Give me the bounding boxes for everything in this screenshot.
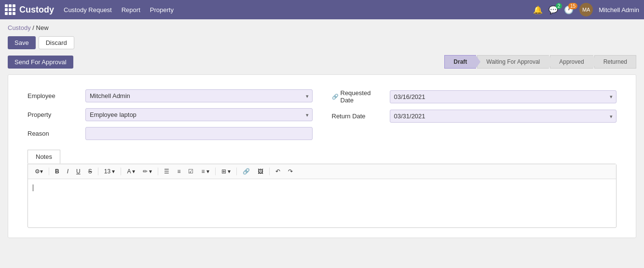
app-logo[interactable]: Custody [5,4,54,15]
toolbar-sep-1 [49,168,49,175]
status-steps: Draft Waiting For Approval Approved Retu… [444,55,636,69]
toolbar-sep-2 [98,168,98,175]
requested-date-select-wrapper: 03/16/2021 [390,90,617,103]
toolbar-bold-button[interactable]: B [52,167,62,176]
nav-right: 🔔 💬 2 🕐 15 MA Mitchell Admin [533,3,639,16]
editor-body[interactable] [28,179,616,227]
toolbar-table-button[interactable]: ⊞ ▾ [219,167,233,176]
form-grid: Employee Mitchell Admin Property Employe… [27,89,617,140]
property-label: Property [27,111,81,118]
status-bar: Send For Approval Draft Waiting For Appr… [8,55,636,69]
page-content: Custody / New Save Discard Send For Appr… [0,19,644,268]
toolbar-strikethrough-button[interactable]: S [85,167,95,176]
employee-label: Employee [27,92,81,99]
status-returned[interactable]: Returned [594,55,636,69]
toolbar-sep-4 [158,168,158,175]
notes-section: Notes ⚙▾ B I U S 13 ▾ A ▾ ✏ ▾ ☰ [27,150,617,228]
messages-icon[interactable]: 💬 2 [548,5,558,14]
toolbar-italic-button[interactable]: I [64,167,71,176]
toolbar-undo-button[interactable]: ↶ [273,167,283,176]
reason-input[interactable] [85,127,313,140]
status-waiting[interactable]: Waiting For Approval [477,55,549,69]
updates-icon[interactable]: 🕐 15 [564,5,574,14]
toolbar-sep-7 [269,168,270,175]
send-for-approval-button[interactable]: Send For Approval [8,56,73,69]
toolbar-underline-button[interactable]: U [73,167,83,176]
notes-editor: ⚙▾ B I U S 13 ▾ A ▾ ✏ ▾ ☰ ≡ ☑ ≡ ▾ [27,164,617,228]
toolbar-redo-button[interactable]: ↷ [285,167,296,176]
status-draft[interactable]: Draft [444,55,476,69]
property-row: Property Employee laptop [27,108,313,121]
action-buttons: Save Discard [8,36,636,49]
toolbar-sep-6 [236,168,237,175]
form-right-col: 🔗 Requested Date 03/16/2021 Return Date [332,89,617,140]
messages-badge: 2 [556,3,562,9]
toolbar-align-button[interactable]: ≡ ▾ [198,167,212,176]
reason-row: Reason [27,127,313,140]
requested-date-row: 🔗 Requested Date 03/16/2021 [332,89,617,104]
save-button[interactable]: Save [8,36,36,49]
updates-badge: 15 [568,3,577,9]
app-title: Custody [19,5,54,15]
requested-date-label: 🔗 Requested Date [332,89,385,104]
employee-row: Employee Mitchell Admin [27,89,313,102]
return-date-label: Return Date [332,113,385,120]
breadcrumb-separator: / [32,24,36,31]
toolbar-link-button[interactable]: 🔗 [240,167,253,176]
nav-property[interactable]: Property [150,6,174,14]
toolbar-unordered-list-button[interactable]: ☰ [161,167,172,176]
text-cursor [33,184,33,191]
form-left-col: Employee Mitchell Admin Property Employe… [27,89,313,140]
ext-link-icon: 🔗 [332,94,339,100]
toolbar-ordered-list-button[interactable]: ≡ [174,167,183,176]
toolbar-cog-button[interactable]: ⚙▾ [32,167,46,176]
top-navigation: Custody Custody Request Report Property … [0,0,644,19]
form-card: Employee Mitchell Admin Property Employe… [8,74,636,238]
breadcrumb-current: New [36,24,49,31]
nav-menu: Custody Request Report Property [64,6,533,14]
employee-select[interactable]: Mitchell Admin [85,89,313,102]
reason-label: Reason [27,130,81,137]
toolbar-sep-3 [121,168,121,175]
toolbar-fontcolor-button[interactable]: A ▾ [124,167,138,176]
toolbar-fontsize-button[interactable]: 13 ▾ [101,167,118,176]
nav-custody-request[interactable]: Custody Request [64,6,112,14]
toolbar-image-button[interactable]: 🖼 [255,167,266,176]
notification-bell[interactable]: 🔔 [533,5,543,14]
discard-button[interactable]: Discard [39,36,74,49]
return-date-row: Return Date 03/31/2021 [332,110,617,123]
requested-date-select[interactable]: 03/16/2021 [390,90,617,103]
toolbar-checkbox-button[interactable]: ☑ [185,167,196,176]
employee-select-wrapper: Mitchell Admin [85,89,313,102]
status-approved[interactable]: Approved [550,55,593,69]
admin-name: Mitchell Admin [599,6,639,14]
property-select-wrapper: Employee laptop [85,108,313,121]
notes-tab[interactable]: Notes [27,150,60,164]
nav-report[interactable]: Report [122,6,140,14]
return-date-select-wrapper: 03/31/2021 [390,110,617,123]
breadcrumb: Custody / New [8,24,636,31]
breadcrumb-parent[interactable]: Custody [8,24,31,31]
editor-toolbar: ⚙▾ B I U S 13 ▾ A ▾ ✏ ▾ ☰ ≡ ☑ ≡ ▾ [28,164,616,179]
toolbar-highlight-button[interactable]: ✏ ▾ [140,167,155,176]
return-date-select[interactable]: 03/31/2021 [390,110,617,123]
grid-icon [5,4,15,15]
requested-date-label-group: 🔗 Requested Date [332,89,385,104]
toolbar-sep-5 [215,168,216,175]
property-select[interactable]: Employee laptop [85,108,313,121]
avatar[interactable]: MA [579,3,593,16]
